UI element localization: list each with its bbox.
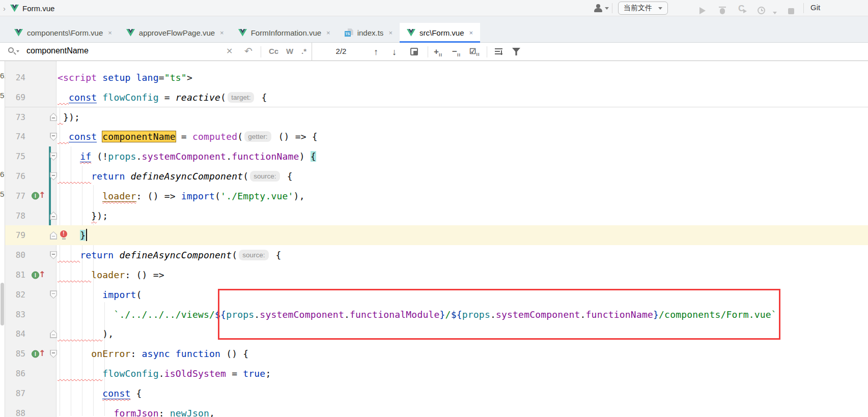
tab-src-form-vue[interactable]: src\Form.vue× [400,23,480,42]
code-line-87[interactable]: 87 const { [0,383,868,403]
search-icon[interactable] [8,47,19,56]
line-number[interactable]: 24 [7,68,25,87]
match-count: 2/2 [330,47,352,55]
search-input[interactable]: componentName [26,46,89,55]
code-line-75[interactable]: 75 if (!props.systemComponent.functionNa… [0,146,868,166]
line-number[interactable]: 80 [7,245,25,265]
fold-collapse-icon[interactable] [50,133,57,141]
close-icon[interactable]: × [469,29,473,37]
add-occurrence-button[interactable]: +II [434,47,442,57]
line-number[interactable]: 79 [7,225,25,245]
close-icon[interactable]: × [326,29,330,37]
code-text: const flowConfig = reactive(target: { [58,87,267,107]
run-configuration-dropdown[interactable]: 当前文件 [618,2,668,15]
close-icon[interactable]: × [220,29,224,37]
code-line-83[interactable]: 83 `./../../../views/${props.systemCompo… [0,305,868,324]
code-line-69[interactable]: 69 const flowConfig = reactive(target: { [0,87,868,107]
line-number[interactable]: 78 [7,206,25,226]
code-line-74[interactable]: 74 const componentName = computed(getter… [0,127,868,146]
code-line-80[interactable]: 80 return defineAsyncComponent(source: { [0,245,868,265]
fold-collapse-icon[interactable] [50,290,57,299]
close-icon[interactable]: × [388,29,393,37]
code-line-82[interactable]: 82 import( [0,285,868,305]
clear-search-icon[interactable]: ✕ [226,46,233,56]
line-number[interactable]: 73 [7,107,25,127]
code-line-81[interactable]: 81I↑ loader: () => [0,265,868,285]
git-menu[interactable]: Git [810,3,820,12]
search-history-icon[interactable]: ↶ [244,45,253,57]
line-number[interactable]: 69 [7,87,25,107]
previous-match-button[interactable]: ↑ [374,47,378,57]
implicit-marker-icon[interactable]: I↑ [32,270,45,280]
line-number[interactable]: 85 [7,344,25,364]
select-occurrences-button[interactable]: ☑II [469,47,480,57]
code-text: if (!props.systemComponent.functionName)… [58,146,316,166]
ide-window: › Form.vue 当前文件 C Git components\Form.vu… [0,0,868,417]
implicit-marker-icon[interactable]: I↑ [32,191,45,201]
line-number[interactable]: 83 [7,305,25,324]
line-number[interactable]: 75 [7,146,25,166]
code-line-78[interactable]: 78 }); [0,206,868,226]
code-editor[interactable]: 6.565 24<script setup lang="ts">69 const… [0,61,868,417]
tab-forminformation-vue[interactable]: FormInformation.vue× [231,23,338,42]
tab-approveflowpage-vue[interactable]: approveFlowPage.vue× [119,23,231,42]
line-number[interactable]: 77 [7,186,25,206]
code-line-73[interactable]: 73 }); [0,107,868,127]
fold-end-icon[interactable] [50,113,57,121]
code-line-86[interactable]: 86 flowConfig.isOldSystem = true; [0,364,868,383]
toolbar-divider [803,3,804,13]
tab-index-ts[interactable]: TSindex.ts× [338,23,400,42]
code-text: loader: () => [58,265,164,285]
code-line-24[interactable]: 24<script setup lang="ts"> [0,68,868,87]
tab-components-form-vue[interactable]: components\Form.vue× [7,23,119,42]
line-number[interactable]: 82 [7,285,25,305]
breadcrumb-chevron-icon[interactable]: › [2,4,7,13]
line-number[interactable]: 81 [7,265,25,285]
line-number[interactable]: 86 [7,364,25,383]
window-title: Form.vue [22,4,54,13]
code-line-76[interactable]: 76 return defineAsyncComponent(source: { [0,166,868,186]
find-bar: componentName ✕ ↶ Cc W .* 2/2 ↑ ↓ +II −I… [0,43,868,61]
fold-collapse-icon[interactable] [50,251,57,259]
fold-end-icon[interactable] [50,231,57,240]
line-number[interactable]: 88 [7,403,25,417]
stop-button[interactable] [788,5,794,17]
regex-toggle[interactable]: .* [301,47,306,55]
line-number[interactable]: 74 [7,127,25,146]
chevron-down-icon [658,7,662,10]
run-with-coverage-button[interactable]: C [738,3,744,15]
line-number[interactable]: 84 [7,324,25,344]
remove-occurrence-button[interactable]: −II [452,47,461,57]
line-number[interactable]: 87 [7,383,25,403]
vue-logo-icon [10,5,19,12]
next-match-button[interactable]: ↓ [392,47,397,57]
profiler-button[interactable] [758,4,765,16]
filter-icon[interactable] [512,48,520,55]
parameter-hint-chip: getter: [244,131,271,142]
code-line-85[interactable]: 85I↑ onError: async function () { [0,344,868,364]
code-line-84[interactable]: 84 ), [0,324,868,344]
fold-collapse-icon[interactable] [50,172,57,181]
text-caret [86,229,87,241]
code-line-77[interactable]: 77I↑ loader: () => import('./Empty.vue')… [0,186,868,206]
parameter-hint-chip: target: [228,92,254,103]
tab-label: FormInformation.vue [251,28,321,37]
fold-end-icon[interactable] [50,212,57,220]
close-icon[interactable]: × [108,29,112,37]
fold-end-icon[interactable] [50,330,57,338]
vue-icon [14,29,23,37]
user-account-icon[interactable] [594,2,609,14]
debug-button[interactable] [719,4,726,16]
match-case-toggle[interactable]: Cc [269,47,278,55]
code-line-88[interactable]: 88 formJson: newJson, [0,403,868,417]
code-text: const componentName = computed(getter: (… [58,127,318,146]
implicit-marker-icon[interactable]: I↑ [32,349,45,359]
whole-words-toggle[interactable]: W [286,47,293,55]
fold-collapse-icon[interactable] [50,153,57,161]
run-button[interactable] [699,5,706,17]
fold-collapse-icon[interactable] [50,350,57,358]
preserve-case-icon[interactable] [495,48,502,55]
select-all-matches-icon[interactable] [410,48,418,55]
code-line-79[interactable]: 79! } [0,225,868,245]
line-number[interactable]: 76 [7,166,25,186]
